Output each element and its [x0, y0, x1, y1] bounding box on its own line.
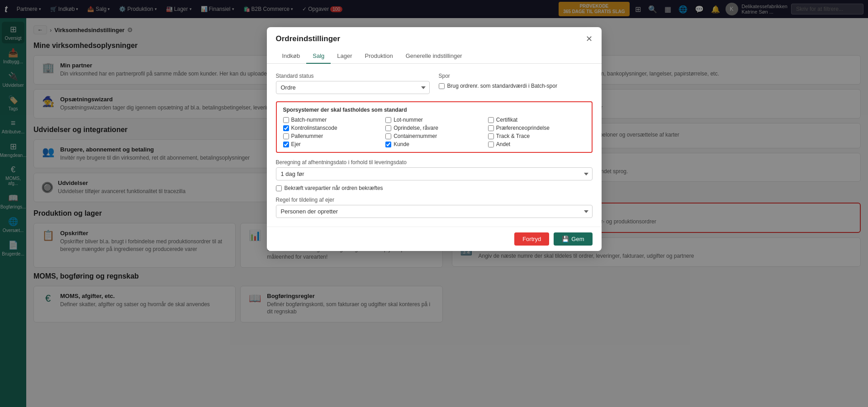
bekraeft-checkbox[interactable] [276, 185, 282, 191]
cb-pallenummer: Pallenummer [283, 133, 380, 139]
cancel-button[interactable]: Fortryd [514, 232, 549, 246]
modal-close-button[interactable]: ✕ [586, 35, 593, 43]
brug-ordrenr-row: Brug ordrenr. som standardværdi i Batch-… [439, 83, 593, 89]
cb-kontrolinstanscode: Kontrolinstanscode [283, 125, 380, 131]
cb-containernummer: Containernummer [385, 133, 483, 139]
sporsystem-title: Sporsystemer der skal fastholdes som sta… [283, 107, 585, 113]
cb-praferenceoprindelse: Præferenceoprindelse [488, 125, 585, 131]
cb-kunde: Kunde [385, 141, 483, 147]
form-row-top: Standard status Ordre Spor Brug ordrenr.… [276, 73, 593, 94]
modal-overlay: Ordreindstillinger ✕ Indkøb Salg Lager P… [0, 0, 868, 407]
modal-footer: Fortryd 💾 Gem [267, 227, 602, 251]
standard-status-select[interactable]: Ordre [276, 81, 430, 94]
bekraeft-group: Bekræft varepartier når ordren bekræftes [276, 185, 593, 191]
standard-status-group: Standard status Ordre [276, 73, 430, 94]
modal-header: Ordreindstillinger ✕ [267, 27, 602, 43]
cb-batch-nummer: Batch-nummer [283, 117, 380, 123]
cb-containernummer-label: Containernummer [394, 133, 437, 139]
save-icon: 💾 [562, 236, 569, 242]
modal-title: Ordreindstillinger [276, 34, 341, 43]
save-label: Gem [571, 236, 584, 242]
cb-kontrolinstanscode-checkbox[interactable] [283, 125, 289, 131]
cb-ejer-checkbox[interactable] [283, 142, 289, 147]
cb-certifikat-label: Certifikat [496, 117, 517, 123]
cb-andet-checkbox[interactable] [488, 142, 494, 147]
sporsystem-box: Sporsystemer der skal fastholdes som sta… [276, 101, 593, 153]
beregning-label: Beregning af afhentningsdato i forhold t… [276, 159, 593, 166]
regel-group: Regel for tildeling af ejer Personen der… [276, 197, 593, 218]
standard-status-label: Standard status [276, 73, 430, 79]
cb-lot-nummer-label: Lot-nummer [394, 117, 423, 123]
cb-praferenceoprindelse-checkbox[interactable] [488, 125, 494, 131]
cb-track-trace: Track & Trace [488, 133, 585, 139]
cb-kunde-checkbox[interactable] [385, 142, 391, 147]
spor-group: Spor Brug ordrenr. som standardværdi i B… [439, 73, 593, 94]
cb-kontrolinstanscode-label: Kontrolinstanscode [291, 125, 337, 131]
cb-oprindelse-checkbox[interactable] [385, 125, 391, 131]
modal-tabs: Indkøb Salg Lager Produktion Generelle i… [267, 49, 602, 64]
cb-ejer-label: Ejer [291, 141, 301, 147]
brug-ordrenr-checkbox[interactable] [439, 83, 445, 89]
cb-containernummer-checkbox[interactable] [385, 133, 391, 139]
cb-oprindelse-label: Oprindelse, råvare [394, 125, 438, 131]
cb-lot-nummer: Lot-nummer [385, 117, 483, 123]
cb-praferenceoprindelse-label: Præferenceoprindelse [496, 125, 550, 131]
spor-label: Spor [439, 73, 593, 79]
beregning-group: Beregning af afhentningsdato i forhold t… [276, 159, 593, 180]
modal-body: Standard status Ordre Spor Brug ordrenr.… [267, 64, 602, 227]
tab-produktion[interactable]: Produktion [359, 49, 399, 64]
cb-andet: Andet [488, 141, 585, 147]
cb-ejer: Ejer [283, 141, 380, 147]
cb-batch-nummer-label: Batch-nummer [291, 117, 327, 123]
modal-ordreindstillinger: Ordreindstillinger ✕ Indkøb Salg Lager P… [267, 27, 602, 251]
cb-andet-label: Andet [496, 141, 510, 147]
cb-kunde-label: Kunde [394, 141, 409, 147]
save-button[interactable]: 💾 Gem [554, 232, 592, 246]
brug-ordrenr-label: Brug ordrenr. som standardværdi i Batch-… [447, 83, 557, 89]
tab-generelle[interactable]: Generelle indstillinger [399, 49, 469, 64]
tab-salg[interactable]: Salg [306, 49, 331, 64]
cb-pallenummer-label: Pallenummer [291, 133, 323, 139]
cb-lot-nummer-checkbox[interactable] [385, 117, 391, 123]
tab-indkob[interactable]: Indkøb [276, 49, 307, 64]
regel-label: Regel for tildeling af ejer [276, 197, 593, 203]
regel-select[interactable]: Personen der opretter [276, 205, 593, 218]
cb-track-trace-checkbox[interactable] [488, 133, 494, 139]
cb-pallenummer-checkbox[interactable] [283, 133, 289, 139]
cb-track-trace-label: Track & Trace [496, 133, 530, 139]
cb-certifikat-checkbox[interactable] [488, 117, 494, 123]
cb-oprindelse: Oprindelse, råvare [385, 125, 483, 131]
bekraeft-label: Bekræft varepartier når ordren bekræftes [285, 185, 383, 191]
cb-certifikat: Certifikat [488, 117, 585, 123]
beregning-select[interactable]: 1 dag før [276, 167, 593, 180]
cb-batch-nummer-checkbox[interactable] [283, 117, 289, 123]
tab-lager[interactable]: Lager [331, 49, 358, 64]
sporsystem-checkbox-grid: Batch-nummer Lot-nummer Certifikat Kontr… [283, 117, 585, 147]
